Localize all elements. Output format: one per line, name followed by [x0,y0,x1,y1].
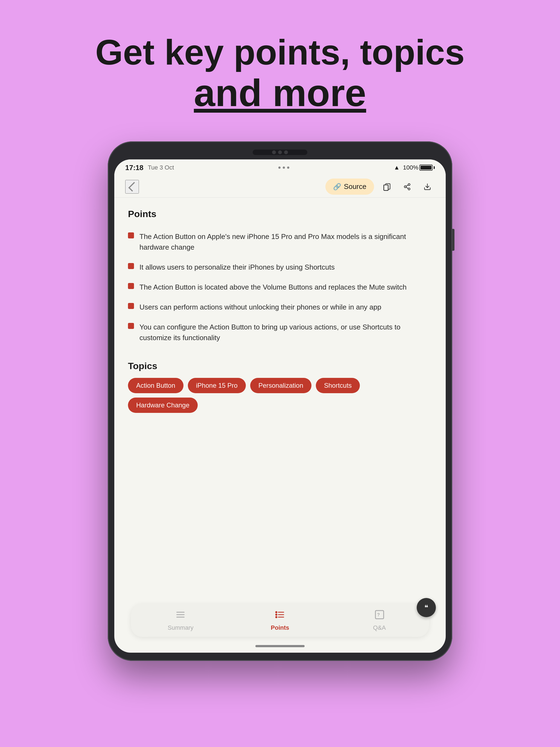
topic-chip[interactable]: Shortcuts [316,378,360,393]
battery-bar [419,164,433,171]
source-button[interactable]: 🔗 Source [325,179,374,195]
status-center-dots [278,166,289,169]
topic-chip[interactable]: iPhone 15 Pro [188,378,246,393]
svg-text:?: ? [377,612,380,617]
source-label: Source [344,182,366,191]
side-button [452,229,455,251]
camera-bar [253,150,307,155]
tab-label-0: Summary [168,624,193,632]
point-text: It allows users to personalize their iPh… [139,262,335,273]
home-indicator [255,645,305,647]
points-title: Points [128,209,432,219]
bullet-icon [128,303,134,309]
tab-qa[interactable]: ? Q&A [330,610,429,632]
tab-label-1: Points [271,624,289,632]
tab-icon-2: ? [375,610,384,622]
battery-tip [434,166,435,169]
tab-bar: Summary Points ? Q&A [131,604,429,637]
battery-indicator: 100% [403,164,435,171]
share-button[interactable] [400,179,414,194]
point-text: The Action Button is located above the V… [139,282,407,292]
ipad-device: 17:18 Tue 3 Oct ▲ 100% [108,141,452,661]
tab-label-2: Q&A [373,624,385,632]
point-text: You can configure the Action Button to b… [139,322,432,343]
list-item: The Action Button on Apple's new iPhone … [128,228,432,256]
status-time: 17:18 [125,163,144,172]
point-text: Users can perform actions without unlock… [139,302,381,312]
nav-actions: 🔗 Source [325,179,435,195]
tab-summary[interactable]: Summary [131,610,230,632]
topic-chip[interactable]: Hardware Change [128,397,198,413]
back-button[interactable] [125,180,139,194]
header-line1: Get key points, topics [96,33,465,72]
wifi-icon: ▲ [394,164,400,171]
point-text: The Action Button on Apple's new iPhone … [139,231,432,253]
tab-icon-1 [275,610,285,622]
svg-rect-1 [384,185,388,190]
copy-button[interactable] [380,179,394,194]
feedback-icon: ❝ [424,603,428,612]
svg-line-6 [406,187,408,188]
bullet-icon [128,283,134,289]
topics-section: Topics Action ButtoniPhone 15 ProPersona… [128,361,432,413]
tab-icon-0 [176,610,185,622]
status-bar: 17:18 Tue 3 Oct ▲ 100% [114,159,446,176]
points-list: The Action Button on Apple's new iPhone … [128,228,432,347]
topics-title: Topics [128,361,432,371]
tab-points[interactable]: Points [230,610,330,632]
svg-point-15 [276,611,277,613]
bullet-icon [128,323,134,329]
content-area: Points The Action Button on Apple's new … [114,198,446,604]
list-item: It allows users to personalize their iPh… [128,258,432,277]
status-right: ▲ 100% [394,164,435,171]
camera-dot [272,150,276,154]
list-item: Users can perform actions without unlock… [128,298,432,316]
ipad-screen: 17:18 Tue 3 Oct ▲ 100% [114,159,446,653]
top-navigation: 🔗 Source [114,176,446,198]
battery-fill [421,166,432,170]
topic-chip[interactable]: Personalization [250,378,311,393]
camera-dot-2 [278,150,282,154]
status-date: Tue 3 Oct [148,164,174,171]
svg-line-7 [406,185,408,186]
list-item: The Action Button is located above the V… [128,278,432,297]
bullet-icon [128,232,134,238]
header-line2: and more [96,72,465,114]
download-button[interactable] [420,179,435,194]
battery-percent: 100% [403,164,418,171]
header-section: Get key points, topics and more [96,33,465,114]
list-item: You can configure the Action Button to b… [128,318,432,347]
link-icon: 🔗 [333,183,341,190]
bullet-icon [128,263,134,269]
camera-dot-3 [284,150,288,154]
topic-chip[interactable]: Action Button [128,378,183,393]
svg-point-17 [276,616,277,618]
topics-chips: Action ButtoniPhone 15 ProPersonalizatio… [128,378,432,413]
feedback-button[interactable]: ❝ [417,598,436,617]
back-chevron-icon [128,182,138,191]
svg-point-16 [276,614,277,615]
